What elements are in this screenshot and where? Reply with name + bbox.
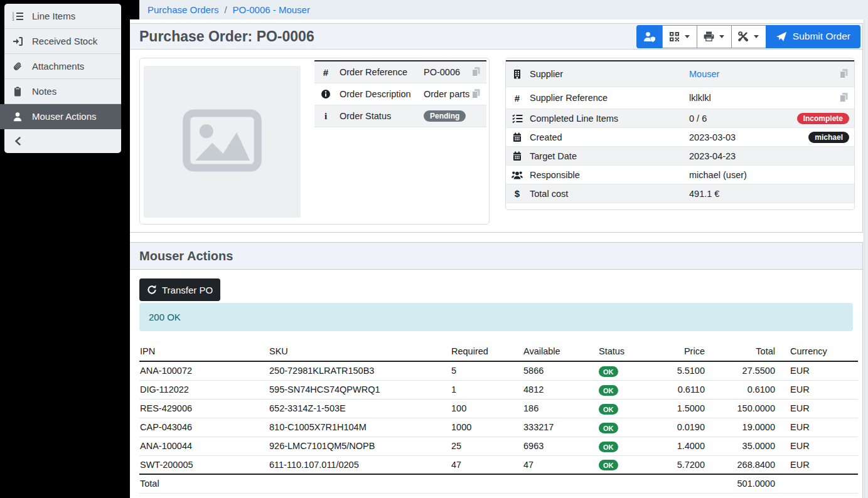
table-cell: 47 xyxy=(520,455,595,474)
table-cell: 19.0000 xyxy=(705,418,775,437)
detail-label: Completed Line Items xyxy=(530,114,689,124)
admin-button[interactable] xyxy=(636,25,663,48)
table-cell: 810-C1005X7R1H104M xyxy=(266,418,448,437)
svg-text:3: 3 xyxy=(12,18,14,21)
ok-badge: OK xyxy=(599,366,618,377)
detail-row-supplier: SupplierMouser xyxy=(506,61,854,87)
info-circle-icon xyxy=(314,89,337,99)
column-header-available: Available xyxy=(520,342,595,361)
chevron-left-icon xyxy=(8,137,27,146)
status-cell: OK xyxy=(595,437,661,455)
detail-row-completed-line-items: Completed Line Items0 / 6Incomplete xyxy=(506,109,854,128)
order-details-table: #Order ReferencePO-0006Order Description… xyxy=(314,60,486,127)
table-cell: 27.5500 xyxy=(705,361,775,380)
detail-value: 491.1 € xyxy=(689,189,719,199)
supplier-details-table: SupplierMouser#Supplier Referencelklklkl… xyxy=(506,60,854,203)
detail-value: Order parts xyxy=(424,89,469,99)
page-title: Purchase Order: PO-0006 xyxy=(139,28,314,45)
qrcode-icon xyxy=(669,31,680,42)
supplier-link[interactable]: Mouser xyxy=(689,69,719,79)
table-row: ANA-100072250-72981KLRATR150B355866OK5.5… xyxy=(139,361,858,380)
table-cell: 250-72981KLRATR150B3 xyxy=(266,361,448,380)
order-details-card: #Order ReferencePO-0006Order Description… xyxy=(139,58,490,225)
supplier-details-card: SupplierMouser#Supplier Referencelklklkl… xyxy=(505,58,855,210)
total-label-cell: Total xyxy=(139,474,266,493)
column-header-total: Total xyxy=(705,342,775,361)
status-badge: Pending xyxy=(424,110,466,122)
table-cell xyxy=(661,474,705,493)
detail-label: Supplier Reference xyxy=(530,93,689,103)
barcode-menu-button[interactable] xyxy=(662,25,697,48)
total-value-cell: 501.0000 xyxy=(705,474,775,493)
detail-row-order-description: Order DescriptionOrder parts xyxy=(314,83,486,105)
building-icon xyxy=(506,69,528,79)
sidebar-item-attachments[interactable]: Attachments xyxy=(4,54,121,79)
table-row: DIG-112022595-SN74HCS74QPWRQ114812OK0.61… xyxy=(139,380,858,399)
print-menu-button[interactable] xyxy=(697,25,732,48)
results-table: IPNSKURequiredAvailableStatusPriceTotalC… xyxy=(139,342,858,494)
table-cell: 1 xyxy=(448,380,520,399)
copy-button[interactable] xyxy=(839,92,849,103)
table-cell: EUR xyxy=(775,455,858,474)
order-image-placeholder xyxy=(144,66,301,218)
sidebar-item-received-stock[interactable]: Received Stock xyxy=(4,29,121,54)
status-badge: Incomplete xyxy=(797,113,849,124)
paper-plane-icon xyxy=(776,31,787,41)
purchase-order-panel-header: Purchase Order: PO-0006 Submit Order xyxy=(130,24,862,50)
table-cell: 0.6110 xyxy=(661,380,705,399)
detail-row-order-reference: #Order ReferencePO-0006 xyxy=(314,61,486,83)
table-row: ANA-100044926-LMC7101QM5/NOPB256963OK1.4… xyxy=(139,437,858,455)
detail-row-target-date: Target Date2023-04-23 xyxy=(506,147,854,166)
table-cell: 926-LMC7101QM5/NOPB xyxy=(266,437,448,455)
detail-value: michael (user) xyxy=(689,170,747,180)
sidebar-item-mouser-actions[interactable]: Mouser Actions xyxy=(0,104,121,129)
list-ol-icon: 123 xyxy=(8,11,27,21)
status-cell: OK xyxy=(595,399,661,418)
sidebar-item-line-items[interactable]: 123Line Items xyxy=(4,4,121,29)
caret-down-icon xyxy=(754,35,759,38)
column-header-currency: Currency xyxy=(775,342,858,361)
detail-label: Responsible xyxy=(530,170,689,180)
table-cell: 0.6100 xyxy=(705,380,775,399)
table-cell: 5 xyxy=(448,361,520,380)
column-header-required: Required xyxy=(448,342,520,361)
column-header-price: Price xyxy=(661,342,705,361)
status-cell: OK xyxy=(595,418,661,437)
table-cell: DIG-112022 xyxy=(139,380,266,399)
tools-icon xyxy=(738,31,749,41)
sidebar-item-label: Received Stock xyxy=(32,36,97,46)
scrollbar[interactable] xyxy=(864,19,868,498)
copy-button[interactable] xyxy=(839,68,849,80)
copy-icon xyxy=(839,92,849,103)
sidebar: 123Line ItemsReceived StockAttachmentsNo… xyxy=(0,4,121,153)
sidebar-item-notes[interactable]: Notes xyxy=(4,79,121,104)
sidebar-item-label: Line Items xyxy=(32,11,75,21)
transfer-po-button[interactable]: Transfer PO xyxy=(139,278,220,301)
table-row: CAP-043046810-C1005X7R1H104M1000333217OK… xyxy=(139,418,858,437)
purchase-order-panel-body: #Order ReferencePO-0006Order Description… xyxy=(130,50,862,231)
order-actions-menu-button[interactable] xyxy=(731,25,766,48)
paperclip-icon xyxy=(8,61,27,72)
detail-value: lklklkl xyxy=(689,93,711,103)
detail-row-responsible: Responsiblemichael (user) xyxy=(506,166,854,184)
table-cell: 5.7200 xyxy=(661,455,705,474)
copy-button[interactable] xyxy=(471,66,481,78)
table-cell: CAP-043046 xyxy=(139,418,266,437)
table-cell: EUR xyxy=(775,361,858,380)
status-badge: michael xyxy=(808,132,849,143)
table-cell: RES-429006 xyxy=(139,399,266,418)
sign-in-icon xyxy=(8,36,27,46)
submit-order-button[interactable]: Submit Order xyxy=(766,25,860,48)
breadcrumb-link-purchase-orders[interactable]: Purchase Orders xyxy=(147,4,218,15)
table-cell xyxy=(266,474,448,493)
results-table-wrap: IPNSKURequiredAvailableStatusPriceTotalC… xyxy=(139,342,853,494)
sidebar-collapse-button[interactable] xyxy=(4,129,121,153)
table-cell: 611-110.107.011/0205 xyxy=(266,455,448,474)
detail-row-created: Created2023-03-03michael xyxy=(506,128,854,147)
breadcrumb-link-current[interactable]: PO-0006 - Mouser xyxy=(233,4,310,15)
hashtag-icon: # xyxy=(314,67,337,78)
redo-icon xyxy=(147,285,157,295)
column-header-status: Status xyxy=(595,342,661,361)
caret-down-icon xyxy=(719,35,724,38)
copy-button[interactable] xyxy=(471,88,481,100)
